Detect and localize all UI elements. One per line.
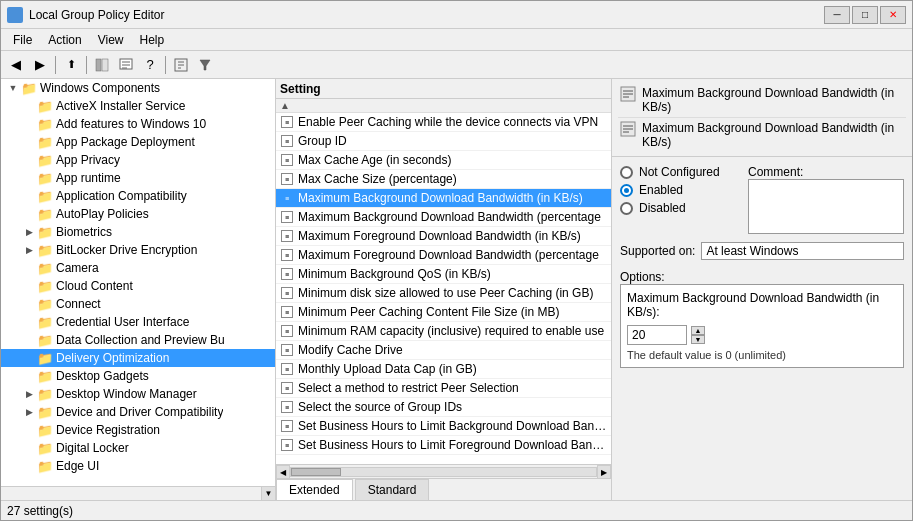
setting-row-min-bg-qos[interactable]: ≡ Minimum Background QoS (in KB/s)	[276, 265, 611, 284]
setting-row-max-fg-dl-bw-pct[interactable]: ≡ Maximum Foreground Download Bandwidth …	[276, 246, 611, 265]
expand-icon-biometrics[interactable]: ▶	[21, 227, 37, 237]
tree-item-activex[interactable]: ▶ 📁 ActiveX Installer Service	[1, 97, 275, 115]
svg-marker-14	[200, 60, 210, 70]
bandwidth-input[interactable]: 20	[627, 325, 687, 345]
settings-list[interactable]: ≡ Enable Peer Caching while the device c…	[276, 113, 611, 464]
scroll-left-btn[interactable]: ◀	[276, 465, 290, 479]
menu-file[interactable]: File	[5, 31, 40, 48]
tree-item-device-compat[interactable]: ▶ 📁 Device and Driver Compatibility	[1, 403, 275, 421]
h-scroll-track[interactable]	[290, 467, 597, 477]
setting-row-group-ids-source[interactable]: ≡ Select the source of Group IDs	[276, 398, 611, 417]
menu-view[interactable]: View	[90, 31, 132, 48]
setting-row-peer-selection[interactable]: ≡ Select a method to restrict Peer Selec…	[276, 379, 611, 398]
setting-row-biz-hours-fg[interactable]: ≡ Set Business Hours to Limit Foreground…	[276, 436, 611, 455]
tree-item-credential-ui[interactable]: ▶ 📁 Credential User Interface	[1, 313, 275, 331]
radio-item-not-configured[interactable]: Not Configured	[620, 165, 740, 179]
tree-item-app-package[interactable]: ▶ 📁 App Package Deployment	[1, 133, 275, 151]
svg-rect-0	[9, 9, 14, 14]
setting-row-peer-caching[interactable]: ≡ Enable Peer Caching while the device c…	[276, 113, 611, 132]
tree-item-add-features[interactable]: ▶ 📁 Add features to Windows 10	[1, 115, 275, 133]
supported-row: Supported on: At least Windows	[620, 242, 904, 260]
refresh-button[interactable]	[170, 54, 192, 76]
back-button[interactable]: ◀	[5, 54, 27, 76]
setting-row-max-bg-dl-bw[interactable]: ≡ Maximum Background Download Bandwidth …	[276, 189, 611, 208]
tab-extended[interactable]: Extended	[276, 479, 353, 500]
show-hide-button[interactable]	[91, 54, 113, 76]
tree-item-edge-ui[interactable]: ▶ 📁 Edge UI	[1, 457, 275, 475]
folder-icon-add-features: 📁	[37, 117, 53, 131]
filter-button[interactable]	[194, 54, 216, 76]
tree-item-app-compat[interactable]: ▶ 📁 Application Compatibility	[1, 187, 275, 205]
setting-row-max-bg-dl-bw-pct[interactable]: ≡ Maximum Background Download Bandwidth …	[276, 208, 611, 227]
up-button[interactable]: ⬆	[60, 54, 82, 76]
tree-label-device-reg: Device Registration	[56, 423, 160, 437]
tree-item-delivery-opt[interactable]: ▶ 📁 Delivery Optimization	[1, 349, 275, 367]
spinner-up[interactable]: ▲	[691, 326, 705, 335]
radio-enabled-circle[interactable]	[620, 184, 633, 197]
svg-rect-2	[9, 16, 14, 21]
tree-item-biometrics[interactable]: ▶ 📁 Biometrics	[1, 223, 275, 241]
menu-action[interactable]: Action	[40, 31, 89, 48]
radio-item-enabled[interactable]: Enabled	[620, 183, 740, 197]
folder-icon-device-reg: 📁	[37, 423, 53, 437]
properties-button[interactable]	[115, 54, 137, 76]
scroll-right-btn[interactable]: ▶	[597, 465, 611, 479]
setting-text-peer-caching: Enable Peer Caching while the device con…	[298, 115, 598, 129]
help-button[interactable]: ?	[139, 54, 161, 76]
tree-item-data-collection[interactable]: ▶ 📁 Data Collection and Preview Bu	[1, 331, 275, 349]
folder-icon-digital-locker: 📁	[37, 441, 53, 455]
minimize-button[interactable]: ─	[824, 6, 850, 24]
tree-item-app-privacy[interactable]: ▶ 📁 App Privacy	[1, 151, 275, 169]
h-scroll-thumb[interactable]	[291, 468, 341, 476]
tabs-bar: Extended Standard	[276, 478, 611, 500]
expand-icon-bitlocker[interactable]: ▶	[21, 245, 37, 255]
tree-scroll-area[interactable]: ▼ 📁 Windows Components ▶ 📁 ActiveX Insta…	[1, 79, 275, 486]
setting-icon-min-peer-cache: ≡	[280, 305, 294, 319]
expand-icon-desktop-window[interactable]: ▶	[21, 389, 37, 399]
right-panel-header: Maximum Background Download Bandwidth (i…	[612, 79, 912, 157]
tab-standard[interactable]: Standard	[355, 479, 430, 500]
forward-button[interactable]: ▶	[29, 54, 51, 76]
horizontal-scrollbar[interactable]: ◀ ▶	[276, 464, 611, 478]
expand-icon-device-compat[interactable]: ▶	[21, 407, 37, 417]
tree-label-activex: ActiveX Installer Service	[56, 99, 185, 113]
setting-row-min-disk-size[interactable]: ≡ Minimum disk size allowed to use Peer …	[276, 284, 611, 303]
sort-header[interactable]: ▲	[276, 99, 611, 113]
setting-row-min-ram[interactable]: ≡ Minimum RAM capacity (inclusive) requi…	[276, 322, 611, 341]
tree-item-digital-locker[interactable]: ▶ 📁 Digital Locker	[1, 439, 275, 457]
tree-item-desktop-window[interactable]: ▶ 📁 Desktop Window Manager	[1, 385, 275, 403]
tree-item-cloud-content[interactable]: ▶ 📁 Cloud Content	[1, 277, 275, 295]
close-button[interactable]: ✕	[880, 6, 906, 24]
setting-row-max-cache-age[interactable]: ≡ Max Cache Age (in seconds)	[276, 151, 611, 170]
right-header-row-1: Maximum Background Download Bandwidth (i…	[618, 83, 906, 117]
main-window: Local Group Policy Editor ─ □ ✕ File Act…	[0, 0, 913, 521]
tree-item-connect[interactable]: ▶ 📁 Connect	[1, 295, 275, 313]
tree-item-bitlocker[interactable]: ▶ 📁 BitLocker Drive Encryption	[1, 241, 275, 259]
menu-help[interactable]: Help	[132, 31, 173, 48]
status-text: 27 setting(s)	[7, 504, 73, 518]
radio-disabled-circle[interactable]	[620, 202, 633, 215]
setting-row-monthly-upload[interactable]: ≡ Monthly Upload Data Cap (in GB)	[276, 360, 611, 379]
svg-rect-5	[102, 59, 108, 71]
setting-row-max-cache-size[interactable]: ≡ Max Cache Size (percentage)	[276, 170, 611, 189]
tree-item-camera[interactable]: ▶ 📁 Camera	[1, 259, 275, 277]
tree-item-autoplay[interactable]: ▶ 📁 AutoPlay Policies	[1, 205, 275, 223]
spinner-down[interactable]: ▼	[691, 335, 705, 344]
setting-row-min-peer-cache[interactable]: ≡ Minimum Peer Caching Content File Size…	[276, 303, 611, 322]
setting-row-max-fg-dl-bw[interactable]: ≡ Maximum Foreground Download Bandwidth …	[276, 227, 611, 246]
setting-row-group-id[interactable]: ≡ Group ID	[276, 132, 611, 151]
tree-item-app-runtime[interactable]: ▶ 📁 App runtime	[1, 169, 275, 187]
maximize-button[interactable]: □	[852, 6, 878, 24]
tree-bottom-bar: ▼	[1, 486, 275, 500]
tree-item-windows-components[interactable]: ▼ 📁 Windows Components	[1, 79, 275, 97]
setting-row-biz-hours-bg[interactable]: ≡ Set Business Hours to Limit Background…	[276, 417, 611, 436]
radio-not-configured-circle[interactable]	[620, 166, 633, 179]
radio-item-disabled[interactable]: Disabled	[620, 201, 740, 215]
tree-item-desktop-gadgets[interactable]: ▶ 📁 Desktop Gadgets	[1, 367, 275, 385]
expand-icon-windows-components[interactable]: ▼	[5, 83, 21, 93]
tree-scroll-down[interactable]: ▼	[261, 487, 275, 501]
tree-item-device-reg[interactable]: ▶ 📁 Device Registration	[1, 421, 275, 439]
setting-text-max-fg-dl-bw: Maximum Foreground Download Bandwidth (i…	[298, 229, 581, 243]
comment-textarea[interactable]	[748, 179, 904, 234]
setting-row-modify-cache[interactable]: ≡ Modify Cache Drive	[276, 341, 611, 360]
